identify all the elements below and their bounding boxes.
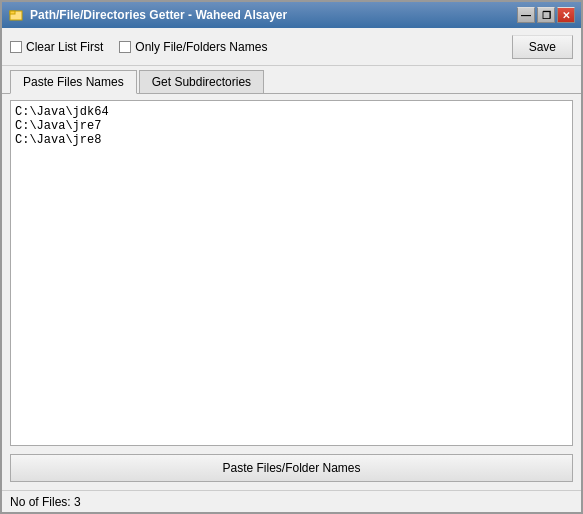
restore-button[interactable]: ❐ <box>537 7 555 23</box>
title-bar-left: Path/File/Directories Getter - Waheed Al… <box>8 7 287 23</box>
only-files-checkbox-label[interactable]: Only File/Folders Names <box>119 40 267 54</box>
tab-get-subdirectories[interactable]: Get Subdirectories <box>139 70 264 93</box>
status-label: No of Files: 3 <box>10 495 81 509</box>
paste-btn-wrapper: Paste Files/Folder Names <box>10 452 573 484</box>
clear-list-checkbox-label[interactable]: Clear List First <box>10 40 103 54</box>
svg-rect-1 <box>10 11 15 14</box>
close-button[interactable]: ✕ <box>557 7 575 23</box>
only-files-checkbox[interactable] <box>119 41 131 53</box>
tab-paste-files[interactable]: Paste Files Names <box>10 70 137 94</box>
clear-list-checkbox[interactable] <box>10 41 22 53</box>
files-textarea[interactable]: C:\Java\jdk64 C:\Java\jre7 C:\Java\jre8 <box>11 101 572 445</box>
tab-bar: Paste Files Names Get Subdirectories <box>2 66 581 93</box>
toolbar: Clear List First Only File/Folders Names… <box>2 28 581 66</box>
minimize-button[interactable]: — <box>517 7 535 23</box>
tab-paste-files-label: Paste Files Names <box>23 75 124 89</box>
window-title: Path/File/Directories Getter - Waheed Al… <box>30 8 287 22</box>
title-controls: — ❐ ✕ <box>517 7 575 23</box>
text-area-wrapper: C:\Java\jdk64 C:\Java\jre7 C:\Java\jre8 <box>10 100 573 446</box>
clear-list-label: Clear List First <box>26 40 103 54</box>
title-bar: Path/File/Directories Getter - Waheed Al… <box>2 2 581 28</box>
main-window: Path/File/Directories Getter - Waheed Al… <box>0 0 583 514</box>
status-bar: No of Files: 3 <box>2 490 581 512</box>
save-button[interactable]: Save <box>512 35 573 59</box>
tab-get-subdirectories-label: Get Subdirectories <box>152 75 251 89</box>
toolbar-left: Clear List First Only File/Folders Names <box>10 40 267 54</box>
content-area: C:\Java\jdk64 C:\Java\jre7 C:\Java\jre8 … <box>2 93 581 490</box>
app-icon <box>8 7 24 23</box>
only-files-label: Only File/Folders Names <box>135 40 267 54</box>
paste-files-button[interactable]: Paste Files/Folder Names <box>10 454 573 482</box>
